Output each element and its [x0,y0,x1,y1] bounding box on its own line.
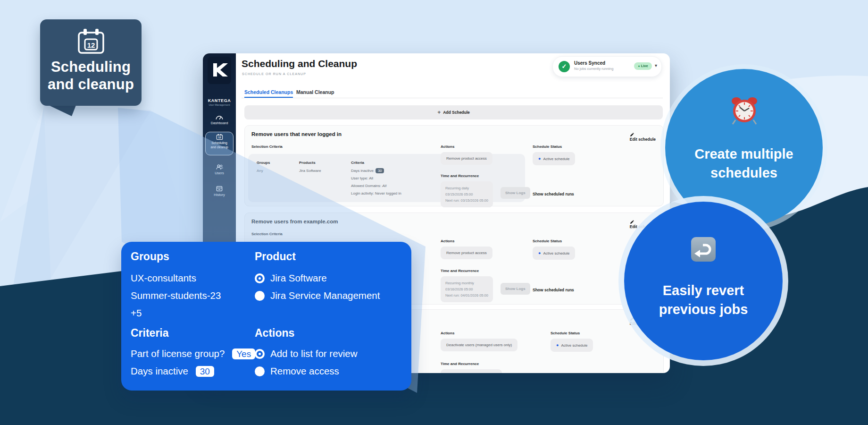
schedule-status-chip: ●Active schedule [533,246,575,260]
group-item-more: +5 [131,304,142,322]
brand-name: KANTEGA [203,98,236,103]
sidebar-item-dashboard[interactable]: Dashboard [203,114,236,125]
edit-schedule-button[interactable]: Edit schedule [630,132,656,142]
callout-text: Create multipleschedules [665,144,823,182]
kantega-logo [208,57,231,84]
time-recurrence-label: Time and Recurrence [441,174,479,178]
check-icon: ✓ [559,61,570,72]
divider [242,98,663,98]
overlay-actions-title: Actions [255,327,294,340]
selection-criteria-label: Selection Criteria [251,144,283,149]
active-dot-icon: ● [556,343,559,348]
schedule-status-chip: ●Active schedule [533,152,575,165]
calendar-12-icon: 12 [206,134,233,140]
callout-text: Easily revertprevious jobs [624,281,783,319]
license-group-value-chip[interactable]: Yes [232,348,255,359]
page-subtitle: SCHEDULE OR RUN A CLEANUP [242,72,306,76]
radio-unselected-icon[interactable] [255,291,265,301]
badge-label: Schedulingand cleanup [40,58,142,93]
show-logs-button[interactable]: Show Logs [501,187,530,199]
svg-text:12: 12 [87,41,95,49]
action-option-remove-access[interactable]: Remove access [255,362,339,380]
schedule-status-label: Schedule Status [551,331,580,335]
calendar-12-icon: 12 [40,28,142,55]
callout-revert-jobs: Easily revertprevious jobs [624,202,783,360]
criteria-days-inactive-row: Days inactive 30 [131,362,214,380]
time-recurrence-label: Time and Recurrence [441,269,479,273]
action-option-add-to-list[interactable]: Add to list for review [255,345,358,362]
show-scheduled-runs-link[interactable]: Show scheduled runs [533,288,574,292]
days-inactive-value-chip[interactable]: 30 [196,366,214,377]
groups-value: Any [257,168,270,174]
selection-criteria-label: Selection Criteria [251,232,283,236]
radio-unselected-icon[interactable] [255,366,265,376]
radio-selected-icon[interactable] [255,349,265,359]
schedule-title: Remove users that never logged in [251,131,342,137]
show-logs-button[interactable]: Show Logs [501,283,530,295]
action-chip: Deactivate users (managed users only) [441,339,517,351]
sidebar-item-label: Scheduling [211,141,227,144]
sidebar-item-label: History [203,193,236,197]
dashboard-gauge-icon [203,114,236,120]
actions-label: Actions [441,144,454,149]
criteria-days-inactive: Days inactive: 30 [351,168,469,174]
pencil-icon [630,132,656,137]
radio-selected-icon[interactable] [255,273,265,283]
sidebar-item-label: Users [203,171,236,175]
criteria-license-group-row: Part of license group? Yes [131,345,255,363]
actions-label: Actions [441,239,454,243]
overlay-groups-title: Groups [131,250,169,263]
sidebar-item-users[interactable]: Users [203,164,236,175]
time-recurrence-label: Time and Recurrence [441,362,479,366]
group-item: Summer-students-23 [131,287,221,304]
users-icon [203,164,236,170]
sync-status-title: Users Synced [574,60,605,66]
sidebar-item-history[interactable]: History [203,186,236,197]
schedule-card-never-logged-in: Remove users that never logged in Select… [244,125,664,206]
brand-subtitle: User Management [203,103,236,106]
sidebar-item-scheduling[interactable]: 12 Scheduling and cleanup [205,132,234,155]
overlay-criteria-title: Criteria [131,327,169,340]
tab-scheduled-cleanups[interactable]: Scheduled Cleanups [244,89,293,98]
action-chip: Remove product access [441,152,492,165]
actions-label: Actions [441,331,454,335]
add-schedule-button[interactable]: +Add Schedule [244,105,663,119]
products-value: Jira Software [299,168,321,174]
revert-arrow-icon [691,237,716,262]
detail-overlay-card: Groups UX-consultants Summer-students-23… [121,242,411,391]
plus-icon: + [437,109,441,116]
feature-badge-scheduling: 12 Schedulingand cleanup [40,19,142,106]
active-dot-icon: ● [538,251,541,255]
groups-label: Groups [257,161,270,165]
sync-status-widget[interactable]: ✓ Users Synced No jobs currently running… [552,56,662,77]
product-option-jira-software[interactable]: Jira Software [255,269,327,287]
live-dot-icon: ● [638,64,640,68]
sync-status-subtitle: No jobs currently running [574,67,613,71]
live-badge: ● Live [634,62,652,70]
product-option-jsm[interactable]: Jira Service Management [255,287,380,304]
svg-text:12: 12 [218,136,221,139]
chevron-down-icon[interactable]: ▾ [655,63,657,68]
sidebar-item-label: Dashboard [203,121,236,125]
active-dot-icon: ● [538,156,541,161]
days-inactive-badge: 30 [376,168,384,173]
schedule-status-label: Schedule Status [533,144,562,149]
schedule-status-chip: ●Active schedule [551,339,593,352]
schedule-title: Remove users from example.com [251,219,338,224]
time-recurrence-chip: Recurring monthly 03/16/2026 05:00 Next … [441,276,493,302]
group-item: UX-consultants [131,269,196,287]
time-recurrence-chip: Recurring daily 03/15/2026 05:00 Next ru… [441,181,493,207]
products-label: Products [299,161,321,165]
tab-manual-cleanup[interactable]: Manual Cleanup [296,89,334,95]
action-chip: Remove product access [441,246,492,259]
time-recurrence-chip [441,369,502,373]
alarm-clock-icon [730,95,759,126]
overlay-product-title: Product [255,250,296,263]
marketing-banner: KANTEGA User Management Dashboard [0,0,868,425]
page-title: Scheduling and Cleanup [242,58,357,69]
show-scheduled-runs-link[interactable]: Show scheduled runs [533,192,574,196]
schedule-status-label: Schedule Status [533,239,562,243]
history-icon [203,186,236,192]
